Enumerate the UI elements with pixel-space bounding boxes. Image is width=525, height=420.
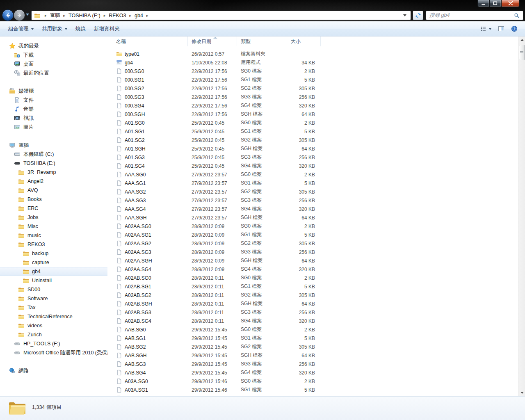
file-row-AAA.SG4[interactable]: AAA.SG427/9/2012 23:57SG4 檔案320 KB xyxy=(108,205,518,213)
tree-item-computer-16[interactable]: Software xyxy=(0,294,107,303)
file-row-A02AB.SGH[interactable]: A02AB.SGH28/9/2012 0:11SGH 檔案64 KB xyxy=(108,299,518,308)
file-row-A01.SG4[interactable]: A01.SG425/9/2012 0:45SG4 檔案320 KB xyxy=(108,162,518,170)
forward-button[interactable] xyxy=(14,9,25,21)
breadcrumb-item-0[interactable]: 電腦 xyxy=(50,12,60,19)
file-row-type01[interactable]: type0126/9/2012 0:57檔案資料夾 xyxy=(108,50,518,58)
help-button[interactable]: ? xyxy=(511,25,518,32)
file-row-A02AB.SG1[interactable]: A02AB.SG128/9/2012 0:11SG1 檔案5 KB xyxy=(108,282,518,291)
file-row-A02AA.SG2[interactable]: A02AA.SG228/9/2012 0:09SG2 檔案305 KB xyxy=(108,239,518,248)
vertical-scrollbar[interactable] xyxy=(518,37,525,396)
file-row-AAA.SG0[interactable]: AAA.SG027/9/2012 23:57SG0 檔案2 KB xyxy=(108,170,518,179)
search-input[interactable]: 搜尋 gb4 xyxy=(429,12,514,19)
preview-pane-button[interactable] xyxy=(498,25,504,32)
tree-item-computer-18[interactable]: TechnicalReference xyxy=(0,312,107,321)
file-row-A02AB.SG3[interactable]: A02AB.SG328/9/2012 0:11SG3 檔案256 KB xyxy=(108,308,518,317)
views-button[interactable] xyxy=(480,25,491,32)
column-header-1[interactable]: 修改日期 xyxy=(188,37,237,46)
tree-item-computer-19[interactable]: videos xyxy=(0,321,107,330)
toolbar-item-2[interactable]: 燒錄 xyxy=(71,23,90,35)
breadcrumb-item-1[interactable]: TOSHIBA (E:) xyxy=(68,13,100,18)
file-row-AAB.SG0[interactable]: AAB.SG029/9/2012 15:45SG0 檔案2 KB xyxy=(108,325,518,334)
address-bar[interactable]: ▸電腦▸TOSHIBA (E:)▸REKO3▸gb4▸ xyxy=(31,11,411,20)
tree-item-computer-3[interactable]: Angel2 xyxy=(0,177,107,186)
tree-item-computer-12[interactable]: capture xyxy=(0,258,107,267)
tree-item-computer-20[interactable]: Zurich xyxy=(0,330,107,339)
file-row-AAA.SG1[interactable]: AAA.SG127/9/2012 23:57SG1 檔案5 KB xyxy=(108,179,518,187)
file-row-000.SG0[interactable]: 000.SG022/9/2012 17:56SG0 檔案2 KB xyxy=(108,67,518,75)
file-row-000.SG1[interactable]: 000.SG122/9/2012 17:56SG1 檔案5 KB xyxy=(108,75,518,84)
tree-item-computer-9[interactable]: music xyxy=(0,231,107,240)
file-row-AAA.SG2[interactable]: AAA.SG227/9/2012 23:57SG2 檔案305 KB xyxy=(108,187,518,196)
tree-item-libraries-3[interactable]: 圖片 xyxy=(0,123,107,132)
search-icon[interactable] xyxy=(514,13,520,18)
address-dropdown-icon[interactable] xyxy=(403,14,406,16)
column-header-3[interactable]: 大小 xyxy=(287,37,321,46)
breadcrumb-separator[interactable]: ▸ xyxy=(146,14,148,18)
maximize-button[interactable] xyxy=(489,0,501,7)
tree-item-computer-15[interactable]: SD00 xyxy=(0,285,107,294)
file-row-A03A.SG0[interactable]: A03A.SG029/9/2012 15:46SG0 檔案2 KB xyxy=(108,377,518,386)
file-row-A02AB.SG4[interactable]: A02AB.SG428/9/2012 0:11SG4 檔案320 KB xyxy=(108,317,518,325)
tree-item-computer-13[interactable]: gb4 xyxy=(0,267,107,276)
breadcrumb-item-3[interactable]: gb4 xyxy=(135,13,143,18)
file-row-A02AA.SGH[interactable]: A02AA.SGH28/9/2012 0:09SGH 檔案64 KB xyxy=(108,256,518,265)
column-header-2[interactable]: 類型 xyxy=(237,37,287,46)
tree-item-computer-11[interactable]: backup xyxy=(0,249,107,258)
toolbar-item-0[interactable]: 組合管理 xyxy=(4,23,38,35)
tree-item-computer-10[interactable]: REKO3 xyxy=(0,240,107,249)
tree-item-computer-17[interactable]: Tax xyxy=(0,303,107,312)
toolbar-item-3[interactable]: 新增資料夾 xyxy=(90,23,124,35)
tree-item-computer-1[interactable]: TOSHIBA (E:) xyxy=(0,159,107,168)
tree-item-computer-4[interactable]: AVQ xyxy=(0,186,107,195)
tree-item-libraries-0[interactable]: 文件 xyxy=(0,96,107,105)
file-row-AAA.SG3[interactable]: AAA.SG327/9/2012 23:57SG3 檔案256 KB xyxy=(108,196,518,205)
file-row-gb4[interactable]: gb41/10/2005 22:08應用程式34 KB xyxy=(108,58,518,67)
scrollbar-thumb[interactable] xyxy=(519,45,525,60)
tree-item-libraries-1[interactable]: 音樂 xyxy=(0,105,107,114)
tree-section-favorites[interactable]: 我的最愛 xyxy=(0,41,107,50)
file-row-AAB.SGH[interactable]: AAB.SGH29/9/2012 15:45SGH 檔案64 KB xyxy=(108,351,518,360)
file-row-AAB.SG1[interactable]: AAB.SG129/9/2012 15:45SG1 檔案5 KB xyxy=(108,334,518,342)
tree-item-computer-2[interactable]: 3R_Revamp xyxy=(0,168,107,177)
tree-item-computer-14[interactable]: Uninstall xyxy=(0,276,107,285)
file-row-000.SGH[interactable]: 000.SGH22/9/2012 17:56SGH 檔案64 KB xyxy=(108,110,518,119)
toolbar-item-1[interactable]: 共用對象 xyxy=(38,23,71,35)
refresh-button[interactable] xyxy=(413,11,423,20)
search-box[interactable]: 搜尋 gb4 xyxy=(426,11,523,20)
tree-item-computer-6[interactable]: ERC xyxy=(0,204,107,213)
tree-item-libraries-2[interactable]: 視訊 xyxy=(0,114,107,123)
file-row-AAB.SG3[interactable]: AAB.SG329/9/2012 15:45SG3 檔案256 KB xyxy=(108,360,518,368)
recent-pages-dropdown-icon[interactable] xyxy=(26,14,29,16)
tree-item-computer-7[interactable]: Jobs xyxy=(0,213,107,222)
file-row-A01.SG3[interactable]: A01.SG325/9/2012 0:45SG3 檔案256 KB xyxy=(108,153,518,162)
tree-item-favorites-0[interactable]: 下載 xyxy=(0,50,107,59)
close-button[interactable] xyxy=(501,0,520,7)
breadcrumb-separator[interactable]: ▸ xyxy=(64,14,66,18)
breadcrumb-separator[interactable]: ▸ xyxy=(45,14,47,18)
tree-item-computer-22[interactable]: Microsoft Office 隨選即用 2010 (受保護 xyxy=(0,348,107,357)
file-row-AAA.SGH[interactable]: AAA.SGH27/9/2012 23:57SGH 檔案64 KB xyxy=(108,213,518,222)
file-row-A02AA.SG0[interactable]: A02AA.SG028/9/2012 0:09SG0 檔案2 KB xyxy=(108,222,518,231)
tree-item-computer-21[interactable]: HP_TOOLS (F:) xyxy=(0,339,107,348)
tree-item-favorites-2[interactable]: 最近的位置 xyxy=(0,68,107,78)
breadcrumb-separator[interactable]: ▸ xyxy=(104,14,106,18)
file-row-000.SG4[interactable]: 000.SG422/9/2012 17:56SG4 檔案320 KB xyxy=(108,101,518,110)
file-row-A02AA.SG3[interactable]: A02AA.SG328/9/2012 0:09SG3 檔案256 KB xyxy=(108,248,518,256)
tree-item-computer-5[interactable]: Books xyxy=(0,195,107,204)
tree-item-computer-0[interactable]: 本機磁碟 (C:) xyxy=(0,150,107,159)
file-row-A02AB.SG2[interactable]: A02AB.SG228/9/2012 0:11SG2 檔案305 KB xyxy=(108,291,518,299)
back-button[interactable] xyxy=(2,9,14,21)
file-row-A02AA.SG4[interactable]: A02AA.SG428/9/2012 0:09SG4 檔案320 KB xyxy=(108,265,518,274)
file-row-A01.SG1[interactable]: A01.SG125/9/2012 0:45SG1 檔案5 KB xyxy=(108,127,518,136)
minimize-button[interactable] xyxy=(477,0,489,7)
tree-section-computer[interactable]: 電腦 xyxy=(0,141,107,150)
file-row-000.SG3[interactable]: 000.SG322/9/2012 17:56SG3 檔案256 KB xyxy=(108,93,518,101)
scroll-up-button[interactable] xyxy=(518,37,525,43)
file-row-A03A.SG1[interactable]: A03A.SG129/9/2012 15:46SG1 檔案5 KB xyxy=(108,386,518,394)
breadcrumb-item-2[interactable]: REKO3 xyxy=(109,13,126,18)
file-row-000.SG2[interactable]: 000.SG222/9/2012 17:56SG2 檔案305 KB xyxy=(108,84,518,93)
file-row-A01.SG0[interactable]: A01.SG025/9/2012 0:45SG0 檔案2 KB xyxy=(108,119,518,127)
tree-item-favorites-1[interactable]: 桌面 xyxy=(0,59,107,68)
breadcrumb-separator[interactable]: ▸ xyxy=(130,14,132,18)
tree-item-computer-8[interactable]: Misc xyxy=(0,222,107,231)
